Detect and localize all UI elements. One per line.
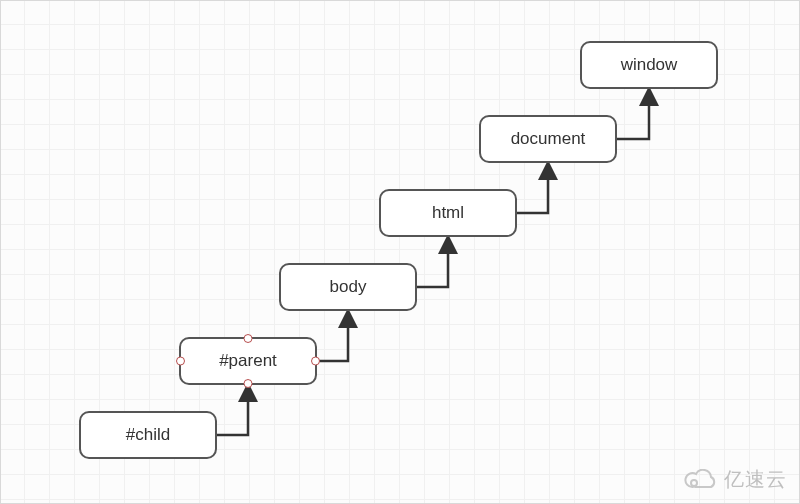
port-bottom-icon[interactable] [244,379,253,388]
edge-arrow [317,314,348,361]
node-label: #parent [219,351,277,371]
node-document[interactable]: document [479,115,617,163]
node-parent[interactable]: #parent [179,337,317,385]
node-label: #child [126,425,170,445]
node-label: html [432,203,464,223]
node-label: body [330,277,367,297]
port-right-icon[interactable] [311,357,320,366]
node-body[interactable]: body [279,263,417,311]
edge-arrow [617,92,649,139]
edge-arrow [417,240,448,287]
watermark-text: 亿速云 [724,466,787,493]
diagram-canvas[interactable]: window document html body #parent #child… [0,0,800,504]
svg-point-0 [691,480,697,486]
watermark: 亿速云 [684,466,787,493]
edge-arrow [217,388,248,435]
cloud-logo-icon [684,469,718,491]
node-html[interactable]: html [379,189,517,237]
node-window[interactable]: window [580,41,718,89]
edge-arrow [517,166,548,213]
node-label: window [621,55,678,75]
node-child[interactable]: #child [79,411,217,459]
port-left-icon[interactable] [176,357,185,366]
port-top-icon[interactable] [244,334,253,343]
node-label: document [511,129,586,149]
